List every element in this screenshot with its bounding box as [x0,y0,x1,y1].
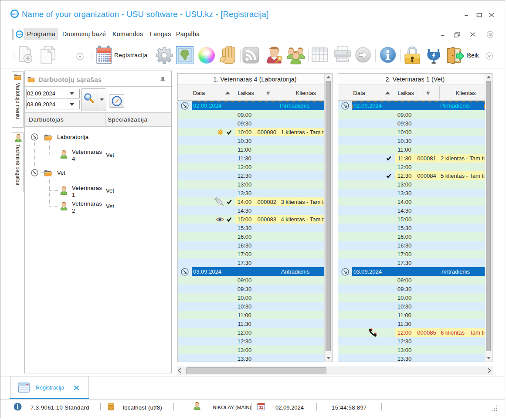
svg-text:31: 31 [259,405,264,410]
